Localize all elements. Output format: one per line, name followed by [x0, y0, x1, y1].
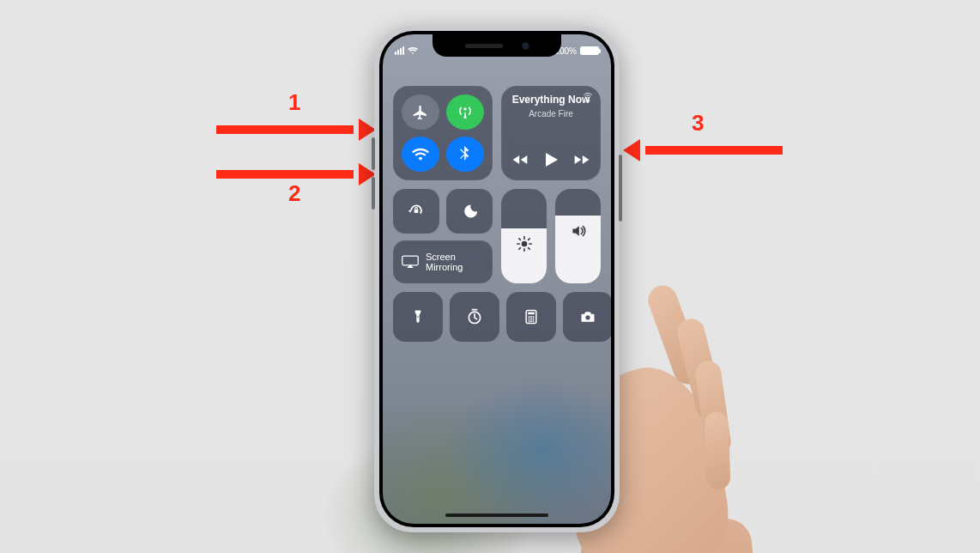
orientation-lock-toggle[interactable]: [393, 189, 439, 234]
earpiece-speaker: [465, 44, 503, 48]
brightness-icon: [516, 235, 533, 252]
svg-point-9: [533, 316, 535, 318]
svg-point-15: [533, 320, 535, 322]
callout-2: 2: [216, 163, 376, 185]
svg-point-8: [530, 316, 532, 318]
cellular-data-toggle[interactable]: [446, 94, 484, 130]
now-playing-artist: Arcade Fire: [508, 109, 594, 118]
iphone-device: 100%: [374, 26, 620, 532]
svg-point-3: [417, 316, 419, 318]
camera-button[interactable]: [563, 292, 611, 342]
cellular-antenna-icon: [457, 104, 474, 121]
svg-point-14: [530, 320, 532, 322]
screen: 100%: [383, 34, 611, 524]
now-playing-tile[interactable]: Everything Now Arcade Fire: [501, 86, 601, 180]
calculator-icon: [523, 308, 540, 325]
wifi-status-icon: [408, 47, 418, 55]
airplane-icon: [412, 104, 429, 121]
home-indicator[interactable]: [445, 514, 548, 517]
svg-rect-0: [414, 210, 419, 213]
volume-up-button[interactable]: [372, 137, 375, 170]
timer-button[interactable]: [450, 292, 499, 342]
volume-slider[interactable]: [555, 189, 601, 283]
wifi-toggle[interactable]: [402, 137, 439, 172]
volume-icon: [570, 222, 587, 240]
moon-icon: [461, 203, 478, 220]
display-notch: [433, 34, 561, 57]
svg-point-2: [521, 241, 527, 247]
flashlight-button[interactable]: [393, 292, 443, 342]
svg-rect-6: [528, 313, 535, 315]
cellular-signal-icon: [395, 46, 404, 55]
callout-1-label: 1: [288, 89, 300, 116]
wifi-icon: [412, 146, 429, 163]
svg-point-16: [585, 315, 590, 319]
airplay-audio-icon: [582, 91, 594, 103]
airplane-mode-toggle[interactable]: [402, 94, 439, 130]
timer-icon: [466, 308, 483, 325]
svg-point-7: [529, 316, 530, 318]
connectivity-group[interactable]: [393, 86, 493, 180]
rewind-icon[interactable]: [511, 151, 529, 168]
now-playing-title: Everything Now: [508, 94, 594, 106]
callout-3: 3: [623, 139, 783, 161]
battery-icon: [580, 46, 599, 55]
screen-mirroring-icon: [402, 253, 419, 270]
svg-point-12: [533, 319, 535, 320]
brightness-slider[interactable]: [501, 189, 547, 283]
svg-rect-1: [402, 256, 418, 265]
svg-point-13: [529, 320, 530, 322]
screen-mirroring-label: Screen Mirroring: [426, 252, 463, 272]
callout-3-label: 3: [692, 110, 704, 137]
front-camera: [522, 42, 529, 50]
callout-1: 1: [216, 118, 376, 141]
orientation-lock-icon: [408, 203, 425, 220]
fast-forward-icon[interactable]: [573, 151, 590, 168]
camera-icon: [579, 308, 596, 325]
screen-mirroring-button[interactable]: Screen Mirroring: [393, 240, 493, 283]
svg-point-10: [529, 319, 530, 320]
side-button[interactable]: [619, 155, 622, 222]
flashlight-icon: [409, 308, 426, 325]
calculator-button[interactable]: [506, 292, 556, 342]
svg-point-11: [530, 319, 532, 320]
volume-down-button[interactable]: [372, 177, 375, 210]
play-icon[interactable]: [541, 149, 561, 170]
bluetooth-toggle[interactable]: [446, 137, 484, 172]
do-not-disturb-toggle[interactable]: [446, 189, 493, 234]
control-center: Everything Now Arcade Fire: [393, 86, 601, 386]
bluetooth-icon: [457, 146, 474, 163]
callout-2-label: 2: [288, 180, 300, 207]
